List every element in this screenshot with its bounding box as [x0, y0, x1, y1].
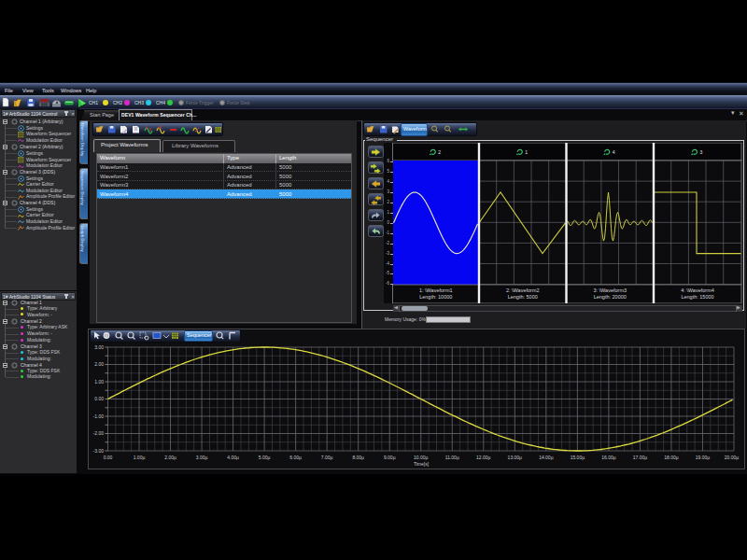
svg-text:4: 4: [613, 149, 615, 155]
svg-text:1: 1: [525, 149, 528, 155]
svg-text:3: 3: [700, 149, 703, 155]
svg-text:2: 2: [438, 149, 441, 155]
